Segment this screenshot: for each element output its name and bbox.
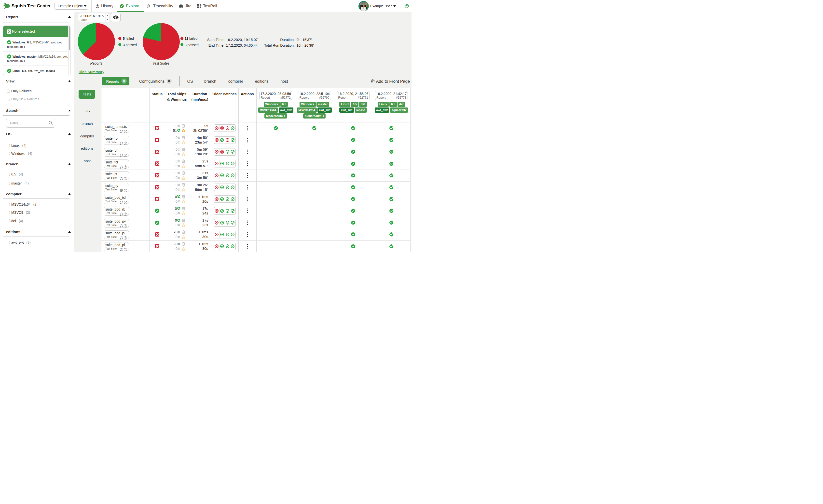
svg-text:?: ? — [125, 237, 126, 239]
svg-text:?: ? — [125, 213, 126, 215]
svg-text:?: ? — [125, 225, 126, 227]
svg-text:?: ? — [125, 190, 126, 192]
svg-text:?: ? — [125, 166, 126, 168]
svg-text:?: ? — [125, 154, 126, 156]
svg-text:?: ? — [125, 142, 126, 145]
svg-text:?: ? — [125, 178, 126, 180]
svg-text:?: ? — [125, 130, 126, 133]
svg-text:?: ? — [406, 5, 407, 8]
svg-text:?: ? — [125, 249, 126, 251]
svg-text:?: ? — [125, 201, 126, 204]
